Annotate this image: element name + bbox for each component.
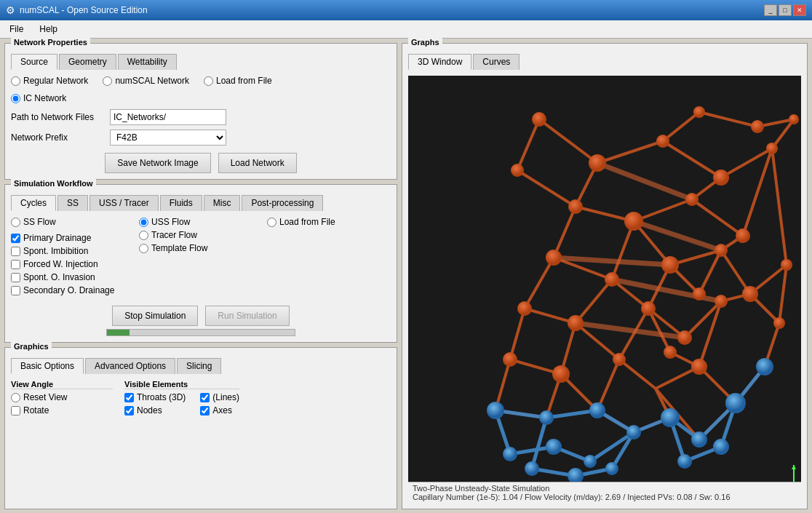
tab-geometry[interactable]: Geometry bbox=[59, 54, 116, 70]
svg-point-84 bbox=[532, 112, 546, 127]
tab-fluids[interactable]: Fluids bbox=[160, 195, 202, 211]
svg-point-86 bbox=[656, 135, 669, 148]
graphs-title: Graphs bbox=[408, 38, 442, 47]
title-bar: ⚙ numSCAL - Open Source Edition _ □ ✕ bbox=[0, 0, 812, 20]
tab-post-processing[interactable]: Post-processing bbox=[242, 195, 323, 211]
check-secondary-o-drainage: Secondary O. Drainage bbox=[11, 285, 127, 295]
radio-ic-network: IC Network bbox=[11, 93, 391, 103]
tab-slicing[interactable]: Slicing bbox=[177, 358, 221, 374]
svg-point-113 bbox=[693, 287, 706, 301]
svg-point-114 bbox=[664, 346, 677, 359]
right-panel: Graphs 3D Window Curves bbox=[402, 43, 808, 509]
stop-simulation-button[interactable]: Stop Simulation bbox=[112, 306, 198, 326]
svg-point-106 bbox=[552, 365, 570, 383]
close-button[interactable]: ✕ bbox=[793, 4, 806, 16]
spont-o-invasion-label: Spont. O. Invasion bbox=[23, 272, 95, 282]
tab-curves[interactable]: Curves bbox=[473, 54, 520, 70]
radio-ss-flow: SS Flow bbox=[11, 217, 127, 227]
numscal-network-label: numSCAL Network bbox=[115, 76, 189, 86]
rotate-label: Rotate bbox=[23, 405, 49, 415]
svg-point-118 bbox=[626, 425, 641, 440]
graph-content: Two-Phase Unsteady-State Simulation Capi… bbox=[408, 76, 801, 503]
svg-point-110 bbox=[511, 164, 524, 177]
svg-point-97 bbox=[715, 244, 728, 257]
svg-point-121 bbox=[725, 393, 746, 413]
simulation-columns: SS Flow Primary Drainage Spont. Imbibiti… bbox=[11, 217, 391, 298]
menu-bar: File Help bbox=[0, 20, 812, 39]
tab-source[interactable]: Source bbox=[11, 54, 57, 70]
minimize-button[interactable]: _ bbox=[764, 4, 777, 16]
svg-point-123 bbox=[503, 447, 517, 461]
graphics-title: Graphics bbox=[11, 342, 52, 351]
radio-reset-view: Reset View bbox=[11, 392, 113, 402]
svg-point-99 bbox=[517, 301, 532, 316]
path-row: Path to Network Files bbox=[11, 109, 391, 125]
check-lines: (Lines) bbox=[200, 392, 239, 402]
svg-point-85 bbox=[589, 154, 606, 172]
tab-3d-window[interactable]: 3D Window bbox=[408, 54, 471, 70]
regular-network-label: Regular Network bbox=[23, 76, 88, 86]
tab-wettability[interactable]: Wettability bbox=[118, 54, 177, 70]
tab-basic-options[interactable]: Basic Options bbox=[11, 358, 84, 374]
sim-flow-col: USS Flow Tracer Flow Template Flow bbox=[139, 217, 255, 298]
radio-uss-flow: USS Flow bbox=[139, 217, 255, 227]
radio-load-from-file-sim: Load from File bbox=[267, 217, 369, 227]
svg-point-95 bbox=[605, 272, 619, 287]
tab-advanced-options[interactable]: Advanced Options bbox=[85, 358, 175, 374]
prefix-label: Network Prefix bbox=[11, 132, 106, 143]
simulation-tabs: Cycles SS USS / Tracer Fluids Misc Post-… bbox=[11, 195, 391, 211]
simulation-workflow-group: Simulation Workflow Cycles SS USS / Trac… bbox=[4, 184, 397, 343]
network-tabs: Source Geometry Wettability bbox=[11, 54, 391, 70]
visible-elements-section: Visible Elements bbox=[124, 380, 239, 389]
svg-point-109 bbox=[691, 359, 707, 375]
status-line-2: Capillary Number (1e-5): 1.04 / Flow Vel… bbox=[413, 493, 797, 501]
tab-cycles[interactable]: Cycles bbox=[11, 195, 56, 211]
svg-point-88 bbox=[766, 143, 778, 154]
3d-viewport[interactable] bbox=[408, 76, 801, 482]
radio-regular-network: Regular Network bbox=[11, 76, 88, 86]
sim-checkboxes-col: SS Flow Primary Drainage Spont. Imbibiti… bbox=[11, 217, 127, 298]
menu-help[interactable]: Help bbox=[33, 22, 64, 36]
primary-drainage-label: Primary Drainage bbox=[23, 233, 91, 243]
ss-flow-label: SS Flow bbox=[23, 217, 56, 227]
template-flow-label: Template Flow bbox=[151, 243, 207, 253]
svg-point-117 bbox=[589, 402, 605, 418]
svg-point-93 bbox=[736, 228, 750, 243]
graphics-columns: View Angle Reset View Rotate Visible Ele… bbox=[11, 380, 391, 418]
simulation-progress-bar bbox=[106, 329, 295, 336]
load-from-file-label: Load from File bbox=[216, 76, 272, 86]
svg-point-115 bbox=[487, 402, 504, 419]
window-controls[interactable]: _ □ ✕ bbox=[764, 4, 806, 16]
check-spont-imbibition: Spont. Imbibition bbox=[11, 246, 127, 256]
network-svg bbox=[408, 76, 801, 482]
prefix-select[interactable]: F42B F42C F42D bbox=[110, 130, 226, 146]
svg-point-96 bbox=[661, 256, 679, 274]
tab-misc[interactable]: Misc bbox=[204, 195, 241, 211]
svg-point-91 bbox=[624, 212, 643, 231]
check-rotate: Rotate bbox=[11, 405, 113, 415]
app-icon: ⚙ bbox=[6, 4, 15, 16]
radio-tracer-flow: Tracer Flow bbox=[139, 230, 255, 240]
menu-file[interactable]: File bbox=[3, 22, 30, 36]
radio-load-from-file-net: Load from File bbox=[204, 76, 272, 86]
graphics-tabs: Basic Options Advanced Options Slicing bbox=[11, 358, 391, 374]
svg-point-130 bbox=[713, 439, 729, 455]
title-bar-left: ⚙ numSCAL - Open Source Edition bbox=[6, 4, 148, 16]
load-network-button[interactable]: Load Network bbox=[218, 153, 297, 173]
svg-point-107 bbox=[613, 353, 626, 366]
run-simulation-button[interactable]: Run Simulation bbox=[205, 306, 289, 326]
maximize-button[interactable]: □ bbox=[779, 4, 792, 16]
graphics-group: Graphics Basic Options Advanced Options … bbox=[4, 347, 397, 509]
throats-3d-label: Throats (3D) bbox=[137, 392, 186, 402]
path-input[interactable] bbox=[110, 109, 226, 125]
ic-network-label: IC Network bbox=[23, 93, 66, 103]
radio-template-flow: Template Flow bbox=[139, 243, 255, 253]
spont-imbibition-label: Spont. Imbibition bbox=[23, 246, 88, 256]
view-angle-section: View Angle bbox=[11, 380, 113, 389]
network-properties-group: Network Properties Source Geometry Wetta… bbox=[4, 43, 397, 180]
left-panel: Network Properties Source Geometry Wetta… bbox=[4, 43, 397, 509]
tab-uss-tracer[interactable]: USS / Tracer bbox=[89, 195, 159, 211]
tab-ss[interactable]: SS bbox=[57, 195, 88, 211]
save-network-image-button[interactable]: Save Network Image bbox=[105, 153, 210, 173]
network-properties-title: Network Properties bbox=[11, 38, 90, 47]
